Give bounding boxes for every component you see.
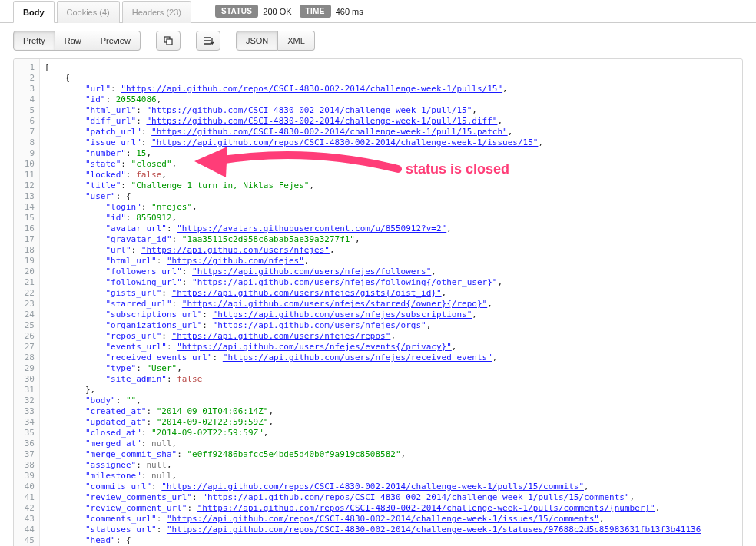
code-line: "state": "closed", xyxy=(45,159,738,170)
line-number: 40 xyxy=(20,481,35,492)
line-number: 27 xyxy=(20,342,35,352)
line-number: 25 xyxy=(20,320,35,331)
wrap-lines-button[interactable] xyxy=(196,31,220,51)
line-number: 28 xyxy=(20,352,35,363)
code-line: "body": "", xyxy=(45,395,738,406)
response-editor: 1234567891011121314151617181920212223242… xyxy=(13,58,743,546)
code-line: [ xyxy=(45,62,738,73)
time-label-pill: TIME xyxy=(300,5,331,18)
line-number: 24 xyxy=(20,309,35,320)
tab-cookies[interactable]: Cookies (4) xyxy=(57,1,120,23)
line-number: 3 xyxy=(20,84,35,94)
line-number: 8 xyxy=(20,137,35,148)
line-number: 14 xyxy=(20,202,35,213)
raw-button[interactable]: Raw xyxy=(55,31,91,51)
line-number: 37 xyxy=(20,449,35,460)
line-gutter: 1234567891011121314151617181920212223242… xyxy=(14,59,40,546)
code-line: "login": "nfejes", xyxy=(45,202,738,213)
wrap-icon xyxy=(203,36,214,45)
code-line: "subscriptions_url": "https://api.github… xyxy=(45,309,738,320)
tab-headers[interactable]: Headers (23) xyxy=(122,1,191,23)
code-line: "head": { xyxy=(45,535,738,546)
tab-cookies-count: (4) xyxy=(99,8,109,17)
line-number: 36 xyxy=(20,438,35,449)
code-line: "updated_at": "2014-09-02T22:59:59Z", xyxy=(45,417,738,428)
line-number: 18 xyxy=(20,245,35,256)
code-line: "starred_url": "https://api.github.com/u… xyxy=(45,299,738,309)
line-number: 22 xyxy=(20,288,35,299)
copy-icon xyxy=(164,36,173,45)
line-number: 32 xyxy=(20,395,35,406)
code-line: "id": 20554086, xyxy=(45,94,738,105)
code-line: "user": { xyxy=(45,191,738,202)
code-line: "following_url": "https://api.github.com… xyxy=(45,277,738,288)
code-line: "commits_url": "https://api.github.com/r… xyxy=(45,481,738,492)
line-number: 1 xyxy=(20,62,35,73)
code-line: { xyxy=(45,73,738,84)
code-line: "diff_url": "https://github.com/CSCI-483… xyxy=(45,116,738,127)
line-number: 11 xyxy=(20,170,35,180)
code-line: "site_admin": false xyxy=(45,374,738,385)
code-line: "locked": false, xyxy=(45,170,738,180)
line-number: 39 xyxy=(20,471,35,481)
view-mode-group: Pretty Raw Preview xyxy=(13,31,141,51)
code-line: "gists_url": "https://api.github.com/use… xyxy=(45,288,738,299)
code-line: "number": 15, xyxy=(45,148,738,159)
tab-cookies-label: Cookies xyxy=(67,8,98,17)
code-line: "received_events_url": "https://api.gith… xyxy=(45,352,738,363)
json-button[interactable]: JSON xyxy=(236,31,278,51)
line-number: 21 xyxy=(20,277,35,288)
code-line: "merge_commit_sha": "e0ff92486bafcc5e4bd… xyxy=(45,449,738,460)
line-number: 34 xyxy=(20,417,35,428)
line-number: 44 xyxy=(20,524,35,535)
line-number: 31 xyxy=(20,385,35,395)
code-line: "merged_at": null, xyxy=(45,438,738,449)
line-number: 33 xyxy=(20,406,35,417)
line-number: 45 xyxy=(20,535,35,546)
time-value: 460 ms xyxy=(336,7,363,16)
line-number: 23 xyxy=(20,299,35,309)
code-line: "review_comment_url": "https://api.githu… xyxy=(45,503,738,514)
response-tabs: Body Cookies (4) Headers (23) STATUS 200… xyxy=(0,0,756,23)
line-number: 9 xyxy=(20,148,35,159)
code-line: "review_comments_url": "https://api.gith… xyxy=(45,492,738,503)
code-line: "created_at": "2014-09-01T04:06:14Z", xyxy=(45,406,738,417)
line-number: 26 xyxy=(20,331,35,342)
code-line: "statuses_url": "https://api.github.com/… xyxy=(45,524,738,535)
code-line: "html_url": "https://github.com/CSCI-483… xyxy=(45,105,738,116)
line-number: 10 xyxy=(20,159,35,170)
line-number: 12 xyxy=(20,180,35,191)
line-number: 43 xyxy=(20,514,35,524)
line-number: 16 xyxy=(20,223,35,234)
code-line: "id": 8550912, xyxy=(45,213,738,223)
tab-headers-count: (23) xyxy=(166,8,181,17)
copy-button[interactable] xyxy=(156,31,181,51)
preview-button[interactable]: Preview xyxy=(91,31,141,51)
tab-body[interactable]: Body xyxy=(13,1,55,23)
line-number: 41 xyxy=(20,492,35,503)
code-line: "avatar_url": "https://avatars.githubuse… xyxy=(45,223,738,234)
line-number: 6 xyxy=(20,116,35,127)
format-group: JSON XML xyxy=(236,31,315,51)
line-number: 2 xyxy=(20,73,35,84)
line-number: 19 xyxy=(20,256,35,266)
line-number: 38 xyxy=(20,460,35,471)
line-number: 29 xyxy=(20,363,35,374)
line-number: 20 xyxy=(20,266,35,277)
pretty-button[interactable]: Pretty xyxy=(13,31,55,51)
code-line: "milestone": null, xyxy=(45,471,738,481)
code-line: "title": "Challenge 1 turn in, Niklas Fe… xyxy=(45,180,738,191)
line-number: 35 xyxy=(20,428,35,438)
line-number: 30 xyxy=(20,374,35,385)
code-body[interactable]: [ { "url": "https://api.github.com/repos… xyxy=(40,59,742,546)
code-line: "issue_url": "https://api.github.com/rep… xyxy=(45,137,738,148)
code-line: "html_url": "https://github.com/nfejes", xyxy=(45,256,738,266)
code-line: "url": "https://api.github.com/repos/CSC… xyxy=(45,84,738,94)
status-label-pill: STATUS xyxy=(215,5,258,18)
code-line: "comments_url": "https://api.github.com/… xyxy=(45,514,738,524)
svg-rect-1 xyxy=(167,39,172,45)
line-number: 13 xyxy=(20,191,35,202)
status-group: STATUS 200 OK TIME 460 ms xyxy=(215,5,363,18)
xml-button[interactable]: XML xyxy=(278,31,315,51)
code-line: "events_url": "https://api.github.com/us… xyxy=(45,342,738,352)
